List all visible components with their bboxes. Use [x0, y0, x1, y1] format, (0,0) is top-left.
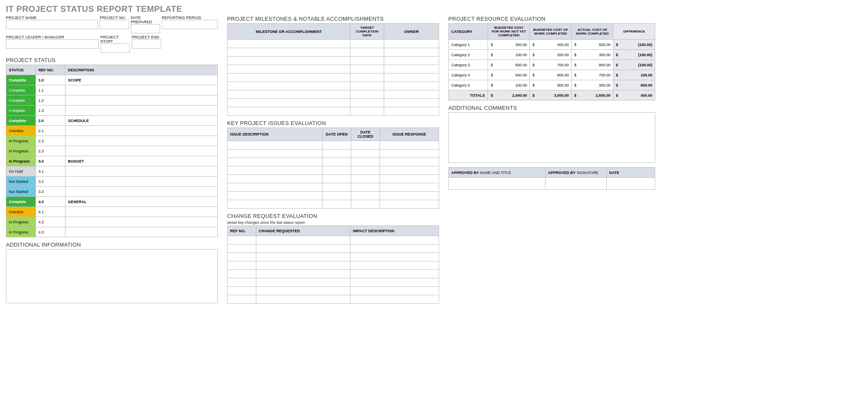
status-cell[interactable]: In Progress: [6, 156, 36, 166]
field-input[interactable]: [6, 20, 98, 29]
empty-cell[interactable]: [350, 57, 384, 65]
empty-cell[interactable]: [350, 270, 439, 278]
empty-cell[interactable]: [350, 244, 439, 253]
field-input[interactable]: [100, 20, 129, 29]
empty-cell[interactable]: [350, 253, 439, 261]
desc-cell[interactable]: [65, 136, 218, 146]
status-cell[interactable]: Complete: [6, 95, 36, 106]
empty-cell[interactable]: [228, 107, 350, 116]
empty-cell[interactable]: [384, 65, 439, 73]
desc-cell[interactable]: [65, 106, 218, 116]
empty-cell[interactable]: [323, 200, 351, 209]
empty-cell[interactable]: [380, 166, 439, 175]
status-cell[interactable]: Not Started: [6, 177, 36, 187]
desc-cell[interactable]: [65, 126, 218, 136]
empty-cell[interactable]: [323, 141, 351, 149]
empty-cell[interactable]: [228, 200, 323, 209]
empty-cell[interactable]: [350, 73, 384, 82]
desc-cell[interactable]: [65, 217, 218, 227]
empty-cell[interactable]: [350, 99, 384, 107]
empty-cell[interactable]: [228, 57, 350, 65]
status-cell[interactable]: In Progress: [6, 136, 36, 146]
empty-cell[interactable]: [228, 244, 256, 253]
status-cell[interactable]: Complete: [6, 197, 36, 207]
empty-cell[interactable]: [228, 48, 350, 57]
empty-cell[interactable]: [228, 261, 256, 270]
empty-cell[interactable]: [228, 270, 256, 278]
field-input[interactable]: [131, 24, 160, 33]
empty-cell[interactable]: [384, 82, 439, 90]
empty-cell[interactable]: [350, 65, 384, 73]
empty-cell[interactable]: [228, 166, 323, 175]
empty-cell[interactable]: [228, 99, 350, 107]
desc-cell[interactable]: [65, 146, 218, 156]
field-input[interactable]: [132, 39, 161, 49]
desc-cell[interactable]: [65, 85, 218, 95]
empty-cell[interactable]: [351, 166, 380, 175]
empty-cell[interactable]: [380, 192, 439, 200]
approved-name-cell[interactable]: [449, 178, 545, 190]
empty-cell[interactable]: [228, 141, 323, 149]
empty-cell[interactable]: [256, 253, 350, 261]
desc-cell[interactable]: BUDGET: [65, 156, 218, 166]
empty-cell[interactable]: [256, 236, 350, 244]
empty-cell[interactable]: [228, 192, 323, 200]
empty-cell[interactable]: [380, 175, 439, 183]
status-cell[interactable]: In Progress: [6, 146, 36, 156]
empty-cell[interactable]: [228, 149, 323, 158]
empty-cell[interactable]: [384, 99, 439, 107]
empty-cell[interactable]: [351, 149, 380, 158]
status-cell[interactable]: Complete: [6, 106, 36, 116]
empty-cell[interactable]: [228, 278, 256, 287]
empty-cell[interactable]: [351, 192, 380, 200]
empty-cell[interactable]: [380, 141, 439, 149]
empty-cell[interactable]: [384, 57, 439, 65]
field-input[interactable]: [100, 43, 130, 53]
status-cell[interactable]: On Hold: [6, 166, 36, 177]
desc-cell[interactable]: SCHEDULE: [65, 116, 218, 126]
additional-info-box[interactable]: [6, 249, 218, 303]
empty-cell[interactable]: [228, 158, 323, 166]
empty-cell[interactable]: [384, 73, 439, 82]
empty-cell[interactable]: [323, 166, 351, 175]
desc-cell[interactable]: [65, 166, 218, 177]
empty-cell[interactable]: [384, 90, 439, 99]
empty-cell[interactable]: [351, 158, 380, 166]
empty-cell[interactable]: [228, 65, 350, 73]
status-cell[interactable]: Overdue: [6, 207, 36, 217]
status-cell[interactable]: Overdue: [6, 126, 36, 136]
empty-cell[interactable]: [350, 236, 439, 244]
empty-cell[interactable]: [228, 236, 256, 244]
desc-cell[interactable]: GENERAL: [65, 197, 218, 207]
status-cell[interactable]: Not Started: [6, 187, 36, 197]
status-cell[interactable]: In Progress: [6, 217, 36, 227]
empty-cell[interactable]: [228, 175, 323, 183]
empty-cell[interactable]: [351, 183, 380, 192]
empty-cell[interactable]: [256, 244, 350, 253]
approved-sig-cell[interactable]: [545, 178, 607, 190]
status-cell[interactable]: Complete: [6, 85, 36, 95]
empty-cell[interactable]: [256, 261, 350, 270]
empty-cell[interactable]: [380, 149, 439, 158]
field-input[interactable]: [162, 20, 218, 29]
empty-cell[interactable]: [350, 287, 439, 295]
empty-cell[interactable]: [351, 141, 380, 149]
empty-cell[interactable]: [228, 82, 350, 90]
empty-cell[interactable]: [350, 48, 384, 57]
empty-cell[interactable]: [256, 278, 350, 287]
empty-cell[interactable]: [384, 48, 439, 57]
empty-cell[interactable]: [350, 90, 384, 99]
empty-cell[interactable]: [228, 253, 256, 261]
desc-cell[interactable]: [65, 177, 218, 187]
empty-cell[interactable]: [256, 295, 350, 304]
empty-cell[interactable]: [380, 158, 439, 166]
desc-cell[interactable]: [65, 187, 218, 197]
empty-cell[interactable]: [228, 73, 350, 82]
empty-cell[interactable]: [350, 107, 384, 116]
empty-cell[interactable]: [323, 158, 351, 166]
empty-cell[interactable]: [228, 40, 350, 48]
empty-cell[interactable]: [351, 175, 380, 183]
empty-cell[interactable]: [351, 200, 380, 209]
empty-cell[interactable]: [380, 200, 439, 209]
empty-cell[interactable]: [228, 295, 256, 304]
